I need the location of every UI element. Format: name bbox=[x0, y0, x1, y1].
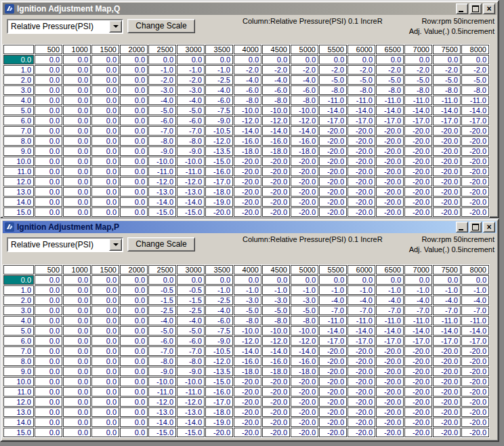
grid-cell[interactable]: -20.0 bbox=[319, 207, 347, 217]
grid-cell[interactable]: 0.0 bbox=[35, 116, 62, 125]
grid-cell[interactable]: 0.0 bbox=[63, 316, 91, 325]
grid-cell[interactable]: 0.0 bbox=[319, 55, 347, 64]
grid-cell[interactable]: -20.0 bbox=[319, 126, 347, 136]
grid-cell[interactable]: 0.0 bbox=[35, 75, 62, 85]
grid-cell[interactable]: -8.0 bbox=[177, 357, 205, 366]
grid-cell[interactable]: -20.0 bbox=[262, 397, 290, 407]
grid-cell[interactable]: -20.0 bbox=[319, 418, 347, 427]
grid-cell[interactable]: 0.0 bbox=[91, 275, 119, 285]
grid-cell[interactable]: 0.0 bbox=[291, 55, 318, 64]
grid-cell[interactable]: 0.0 bbox=[35, 126, 62, 136]
grid-row-header[interactable]: 15.0 bbox=[3, 207, 34, 217]
grid-row-header[interactable]: 1.0 bbox=[3, 285, 34, 295]
grid-cell[interactable]: 0.0 bbox=[91, 136, 119, 146]
grid-row-header[interactable]: 10.0 bbox=[3, 157, 34, 166]
minimize-button[interactable] bbox=[456, 3, 468, 14]
grid-cell[interactable]: -7.0 bbox=[319, 306, 347, 315]
grid-cell[interactable]: 0.0 bbox=[63, 418, 91, 427]
grid-cell[interactable]: -20.0 bbox=[319, 187, 347, 197]
grid-cell[interactable]: 0.0 bbox=[63, 336, 91, 346]
grid-cell[interactable]: -20.0 bbox=[262, 377, 290, 386]
grid-cell[interactable]: -2.0 bbox=[177, 75, 205, 85]
grid-cell[interactable]: -20.0 bbox=[262, 177, 290, 186]
grid-cell[interactable]: 0.0 bbox=[91, 126, 119, 136]
grid-cell[interactable]: 0.0 bbox=[120, 367, 148, 376]
grid-cell[interactable]: 0.0 bbox=[35, 377, 62, 386]
grid-cell[interactable]: -20.0 bbox=[348, 197, 375, 207]
grid-cell[interactable]: -8.0 bbox=[262, 96, 290, 105]
grid-cell[interactable]: -20.0 bbox=[319, 428, 347, 437]
grid-cell[interactable]: -20.0 bbox=[376, 428, 404, 437]
grid-cell[interactable]: 0.0 bbox=[35, 306, 62, 315]
grid-cell[interactable]: 0.0 bbox=[35, 207, 62, 217]
grid-cell[interactable]: -4.0 bbox=[148, 96, 176, 105]
grid-cell[interactable]: 0.0 bbox=[319, 275, 347, 285]
grid-cell[interactable]: -11.0 bbox=[348, 316, 375, 325]
grid-cell[interactable]: 0.0 bbox=[120, 55, 148, 64]
grid-cell[interactable]: -20.0 bbox=[461, 126, 489, 136]
grid-cell[interactable]: -20.0 bbox=[376, 367, 404, 376]
grid-cell[interactable]: -8.0 bbox=[291, 316, 318, 325]
grid-cell[interactable]: -20.0 bbox=[319, 167, 347, 176]
grid-cell[interactable]: -17.0 bbox=[376, 336, 404, 346]
grid-cell[interactable]: 0.0 bbox=[120, 306, 148, 315]
axis-select-dropdown[interactable]: Relative Pressure(PSI) bbox=[7, 19, 123, 34]
grid-cell[interactable]: -20.0 bbox=[461, 418, 489, 427]
grid-cell[interactable]: 0.0 bbox=[63, 146, 91, 156]
grid-cell[interactable]: -13.0 bbox=[177, 407, 205, 417]
grid-cell[interactable]: 0.0 bbox=[120, 377, 148, 386]
grid-cell[interactable]: -5.0 bbox=[148, 326, 176, 336]
grid-cell[interactable]: -20.0 bbox=[291, 177, 318, 186]
grid-cell[interactable]: 0.0 bbox=[348, 55, 375, 64]
grid-cell[interactable]: 0.0 bbox=[35, 387, 62, 397]
grid-cell[interactable]: 0.0 bbox=[91, 377, 119, 386]
grid-cell[interactable]: 0.0 bbox=[63, 207, 91, 217]
grid-cell[interactable]: -20.0 bbox=[461, 197, 489, 207]
grid-cell[interactable]: -10.0 bbox=[148, 377, 176, 386]
grid-cell[interactable]: -11.0 bbox=[148, 167, 176, 176]
grid-row-header[interactable]: 1.0 bbox=[3, 65, 34, 75]
grid-cell[interactable]: -5.0 bbox=[404, 75, 432, 85]
grid-cell[interactable]: -20.0 bbox=[348, 387, 375, 397]
maximize-button[interactable] bbox=[469, 222, 482, 232]
grid-cell[interactable]: -4.0 bbox=[461, 296, 489, 305]
grid-cell[interactable]: -18.0 bbox=[234, 367, 261, 376]
grid-cell[interactable]: -16.0 bbox=[291, 136, 318, 146]
grid-cell[interactable]: -20.0 bbox=[348, 397, 375, 407]
grid-cell[interactable]: -20.0 bbox=[376, 357, 404, 366]
grid-cell[interactable]: -16.0 bbox=[234, 136, 261, 146]
grid-cell[interactable]: -18.0 bbox=[205, 407, 233, 417]
grid-cell[interactable]: -7.0 bbox=[348, 306, 375, 315]
grid-cell[interactable]: -5.0 bbox=[319, 75, 347, 85]
grid-cell[interactable]: -20.0 bbox=[461, 397, 489, 407]
grid-cell[interactable]: -6.0 bbox=[205, 316, 233, 325]
grid-cell[interactable]: 0.0 bbox=[91, 157, 119, 166]
grid-cell[interactable]: -10.0 bbox=[291, 106, 318, 115]
grid-cell[interactable]: -10.5 bbox=[205, 126, 233, 136]
grid-cell[interactable]: 0.0 bbox=[91, 418, 119, 427]
grid-cell[interactable]: 0.0 bbox=[91, 357, 119, 366]
grid-cell[interactable]: -20.0 bbox=[291, 197, 318, 207]
grid-cell[interactable]: -11.0 bbox=[319, 96, 347, 105]
grid-cell[interactable]: -20.0 bbox=[376, 377, 404, 386]
grid-cell[interactable]: -1.5 bbox=[148, 296, 176, 305]
grid-cell[interactable]: 0.0 bbox=[148, 55, 176, 64]
grid-cell[interactable]: -15.0 bbox=[205, 377, 233, 386]
grid-cell[interactable]: 0.0 bbox=[63, 157, 91, 166]
grid-row-header[interactable]: 14.0 bbox=[3, 197, 34, 207]
grid-cell[interactable]: -8.0 bbox=[404, 85, 432, 95]
grid-cell[interactable]: -7.0 bbox=[148, 346, 176, 356]
grid-cell[interactable]: -10.0 bbox=[177, 157, 205, 166]
grid-cell[interactable]: -20.0 bbox=[433, 397, 461, 407]
grid-row-header[interactable]: 10.0 bbox=[3, 377, 34, 386]
grid-cell[interactable]: 0.0 bbox=[120, 357, 148, 366]
axis-select-dropdown[interactable]: Relative Pressure(PSI) bbox=[7, 237, 123, 252]
grid-cell[interactable]: -20.0 bbox=[404, 346, 432, 356]
grid-cell[interactable]: -16.0 bbox=[262, 136, 290, 146]
grid-cell[interactable]: -20.0 bbox=[461, 346, 489, 356]
grid-cell[interactable]: -20.0 bbox=[461, 187, 489, 197]
grid-cell[interactable]: 0.0 bbox=[348, 275, 375, 285]
grid-cell[interactable]: -9.0 bbox=[205, 116, 233, 125]
grid-cell[interactable]: -14.0 bbox=[404, 326, 432, 336]
grid-cell[interactable]: -20.0 bbox=[376, 136, 404, 146]
